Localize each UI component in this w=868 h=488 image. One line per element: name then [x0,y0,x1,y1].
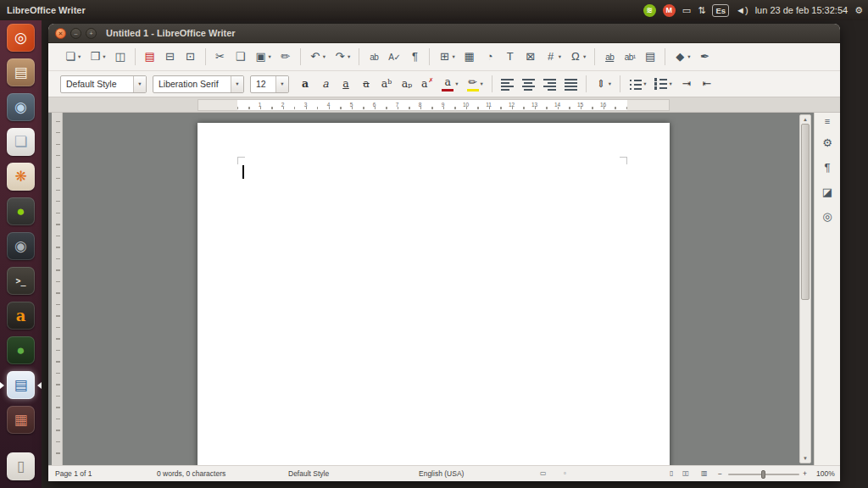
insert-field-button[interactable]: #▾ [542,47,565,67]
dropdown-arrow-icon[interactable]: ▾ [455,80,458,87]
dropdown-arrow-icon[interactable]: ▾ [559,53,561,60]
save-button[interactable]: ◫ [111,47,130,67]
minimize-button[interactable]: – [70,28,81,39]
scroll-up-icon[interactable]: ▲ [800,117,810,122]
dropdown-arrow-icon[interactable]: ▾ [231,76,243,92]
document-modified-icon[interactable]: ▫ [564,466,565,481]
dropdown-arrow-icon[interactable]: ▾ [583,53,586,60]
launcher-item-files[interactable]: ▤ [0,55,42,90]
cut-button[interactable]: ✂ [211,47,230,67]
zoom-slider-thumb[interactable] [761,470,765,479]
dropdown-arrow-icon[interactable]: ▾ [452,53,454,60]
document-page[interactable] [198,123,670,465]
scrollbar-thumb[interactable] [801,124,810,300]
network-indicator-icon[interactable]: ⇅ [698,6,705,15]
volume-indicator-icon[interactable]: ◄) [736,6,748,15]
align-center-button[interactable] [519,74,538,94]
insert-page-break-button[interactable]: ⊠ [521,47,540,67]
dropdown-arrow-icon[interactable]: ▾ [643,80,646,87]
decrease-indent-button[interactable]: ⇤ [698,74,716,94]
insert-chart-button[interactable]: ◔ [481,47,499,67]
navigator-deck-icon[interactable]: ◎ [818,207,837,225]
italic-button[interactable]: a [316,74,335,94]
insert-hyperlink-button[interactable]: ab [600,47,619,67]
print-button[interactable]: ⊟ [161,47,180,67]
dropdown-arrow-icon[interactable]: ▾ [481,80,483,87]
dropdown-arrow-icon[interactable]: ▾ [78,53,81,60]
styles-deck-icon[interactable]: ¶ [818,158,837,176]
gallery-deck-icon[interactable]: ◪ [818,182,837,201]
page-count[interactable]: Page 1 of 1 [55,466,92,481]
word-count[interactable]: 0 words, 0 characters [157,466,225,481]
line-spacing-button[interactable]: ⇕▾ [592,74,615,94]
numbered-list-button[interactable]: ▾ [651,74,675,94]
find-replace-button[interactable]: ab [364,47,383,67]
export-pdf-button[interactable]: ▤ [141,47,159,67]
zoom-level[interactable]: 100% [816,466,835,481]
font-color-button[interactable]: a▾ [438,74,461,94]
single-page-view-icon[interactable]: ▯ [670,466,672,481]
zoom-slider[interactable] [728,474,799,475]
basic-shapes-button[interactable]: ◆▾ [670,47,693,67]
mail-tray-icon[interactable]: M [663,4,676,17]
font-size-combo[interactable]: 12▾ [250,75,289,93]
new-document-button[interactable]: ❏▾ [61,47,84,67]
ruler-left-margin[interactable] [198,100,237,110]
strikethrough-button[interactable]: a [357,74,376,94]
launcher-item-text-document[interactable]: ❏ [0,125,42,159]
paragraph-style-combo[interactable]: Default Style▾ [60,75,147,93]
show-draw-functions-button[interactable]: ✒ [695,47,714,67]
special-character-button[interactable]: Ω▾ [566,47,589,67]
spelling-button[interactable]: A✓ [385,47,403,67]
dropdown-arrow-icon[interactable]: ▾ [269,53,271,60]
launcher-item-ubuntu-dash[interactable]: ◎ [0,20,42,55]
paste-button[interactable]: ▣▾ [252,47,275,67]
clone-formatting-button[interactable]: ✏ [276,47,295,67]
copy-button[interactable]: ❑ [231,47,250,67]
vertical-ruler[interactable] [52,113,63,465]
dropdown-arrow-icon[interactable]: ▾ [323,53,326,60]
clear-formatting-button[interactable]: a [418,74,437,94]
launcher-item-spotify-web[interactable]: ● [0,333,42,368]
launcher-item-web-browser[interactable]: ◉ [0,90,42,125]
ruler-right-margin[interactable] [627,100,669,110]
launcher-item-terminal[interactable]: >_ [0,263,42,298]
insert-comment-button[interactable]: ▤ [641,47,659,67]
dropdown-arrow-icon[interactable]: ▾ [275,76,288,92]
align-justify-button[interactable] [561,74,581,94]
print-preview-button[interactable]: ⊡ [181,47,200,67]
properties-deck-icon[interactable]: ⚙ [818,133,837,152]
align-right-button[interactable] [540,74,559,94]
spotify-tray-icon[interactable]: ≋ [643,4,656,17]
insert-table-button[interactable]: ⊞▾ [435,47,458,67]
underline-button[interactable]: a [337,74,355,94]
scroll-down-icon[interactable]: ▼ [800,456,810,461]
undo-button[interactable]: ↶▾ [306,47,329,67]
display-indicator-icon[interactable]: ▭ [682,6,691,15]
dropdown-arrow-icon[interactable]: ▾ [609,80,611,87]
zoom-in-button[interactable]: + [803,466,807,481]
ruler-page-region[interactable]: 12345678910111213141516 [198,99,670,111]
text-language[interactable]: English (USA) [419,466,464,481]
dropdown-arrow-icon[interactable]: ▾ [669,80,671,87]
superscript-button[interactable]: aᵇ [377,74,396,94]
sidebar-menu-icon[interactable]: ≡ [818,115,837,127]
book-view-icon[interactable]: ▥ [701,466,707,481]
page-style[interactable]: Default Style [288,466,329,481]
launcher-item-amazon[interactable]: a [0,298,42,333]
launcher-item-steam[interactable]: ◉ [0,229,42,263]
dropdown-arrow-icon[interactable]: ▾ [348,53,350,60]
font-name-combo[interactable]: Liberation Serif▾ [153,75,244,93]
maximize-button[interactable]: + [86,28,97,39]
clock[interactable]: lun 23 de feb 15:32:54 [755,5,848,15]
launcher-item-libreoffice-writer[interactable]: ▤ [0,368,42,402]
insert-image-button[interactable]: ▦ [460,47,479,67]
increase-indent-button[interactable]: ⇥ [677,74,696,94]
vertical-scrollbar[interactable]: ▲ ▼ [799,114,811,463]
dropdown-arrow-icon[interactable]: ▾ [103,53,105,60]
bold-button[interactable]: a [296,74,314,94]
selection-mode-icon[interactable]: ▭ [540,466,546,481]
align-left-button[interactable] [498,74,517,94]
session-menu-icon[interactable]: ⚙ [854,6,863,15]
launcher-item-trash[interactable]: ▯ [0,449,42,484]
